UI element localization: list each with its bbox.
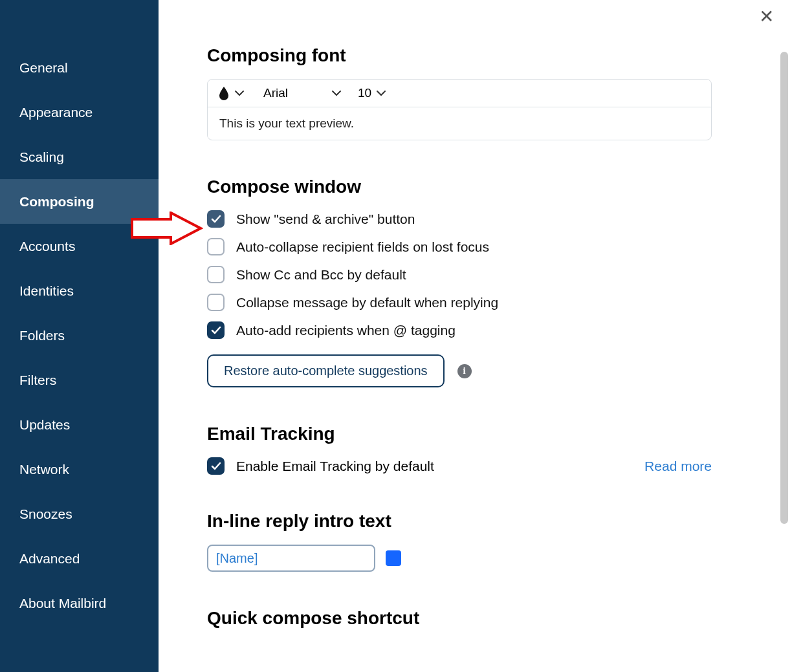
font-preview-text: This is your text preview. <box>208 107 711 140</box>
sidebar-item-label: About Mailbird <box>19 596 106 611</box>
option-auto-add-recipients[interactable]: Auto-add recipients when @ tagging <box>207 321 713 339</box>
font-color-dropdown[interactable] <box>218 86 244 100</box>
sidebar-item-label: Folders <box>19 328 65 343</box>
sidebar-item-accounts[interactable]: Accounts <box>0 224 159 268</box>
sidebar-item-scaling[interactable]: Scaling <box>0 135 159 179</box>
option-email-tracking[interactable]: Enable Email Tracking by default <box>207 457 434 475</box>
sidebar-item-label: Composing <box>19 194 94 210</box>
option-label: Collapse message by default when replyin… <box>236 295 498 310</box>
font-family-dropdown[interactable]: Arial <box>263 86 341 100</box>
sidebar-item-label: Appearance <box>19 105 93 120</box>
close-icon[interactable]: ✕ <box>759 8 774 26</box>
section-title-compose-window: Compose window <box>207 177 713 197</box>
sidebar-item-updates[interactable]: Updates <box>0 402 159 447</box>
section-title-quick-compose: Quick compose shortcut <box>207 608 713 629</box>
section-title-inline-reply: In-line reply intro text <box>207 511 713 532</box>
option-send-archive[interactable]: Show "send & archive" button <box>207 210 713 228</box>
option-cc-bcc[interactable]: Show Cc and Bcc by default <box>207 266 713 283</box>
checkbox[interactable] <box>207 210 225 228</box>
sidebar-item-label: Scaling <box>19 149 64 165</box>
inline-reply-input[interactable] <box>207 545 375 572</box>
sidebar-item-label: Identities <box>19 283 74 299</box>
restore-autocomplete-button[interactable]: Restore auto-complete suggestions <box>207 354 445 387</box>
sidebar-item-label: General <box>19 60 68 76</box>
sidebar-item-label: Network <box>19 462 69 477</box>
font-size-value: 10 <box>358 86 371 100</box>
sidebar-item-label: Updates <box>19 417 70 433</box>
sidebar-item-general[interactable]: General <box>0 45 159 90</box>
option-collapse-reply[interactable]: Collapse message by default when replyin… <box>207 294 713 311</box>
sidebar-item-filters[interactable]: Filters <box>0 358 159 402</box>
chevron-down-icon <box>235 90 244 96</box>
font-size-dropdown[interactable]: 10 <box>358 86 386 100</box>
option-label: Auto-collapse recipient fields on lost f… <box>236 239 489 255</box>
settings-sidebar: General Appearance Scaling Composing Acc… <box>0 0 159 672</box>
checkbox[interactable] <box>207 321 225 339</box>
option-label: Show Cc and Bcc by default <box>236 267 406 283</box>
option-auto-collapse[interactable]: Auto-collapse recipient fields on lost f… <box>207 238 713 255</box>
color-swatch[interactable] <box>386 550 401 566</box>
sidebar-item-advanced[interactable]: Advanced <box>0 536 159 581</box>
option-label: Show "send & archive" button <box>236 211 415 227</box>
option-label: Enable Email Tracking by default <box>236 459 434 474</box>
sidebar-item-folders[interactable]: Folders <box>0 313 159 358</box>
sidebar-item-identities[interactable]: Identities <box>0 268 159 313</box>
font-family-value: Arial <box>263 86 288 100</box>
chevron-down-icon <box>332 90 341 96</box>
sidebar-item-label: Accounts <box>19 239 75 254</box>
sidebar-item-snoozes[interactable]: Snoozes <box>0 492 159 536</box>
checkbox[interactable] <box>207 294 225 311</box>
chevron-down-icon <box>377 90 386 96</box>
sidebar-item-label: Filters <box>19 373 56 388</box>
option-label: Auto-add recipients when @ tagging <box>236 323 456 338</box>
checkbox[interactable] <box>207 457 225 475</box>
drop-icon <box>218 86 230 100</box>
sidebar-item-label: Snoozes <box>19 506 72 522</box>
checkbox[interactable] <box>207 266 225 283</box>
section-title-font: Composing font <box>207 45 713 66</box>
section-title-tracking: Email Tracking <box>207 424 713 444</box>
font-settings-box: Arial 10 This is your text preview. <box>207 79 712 140</box>
sidebar-item-network[interactable]: Network <box>0 447 159 492</box>
info-icon[interactable]: i <box>457 364 472 378</box>
sidebar-item-about[interactable]: About Mailbird <box>0 581 159 625</box>
sidebar-item-composing[interactable]: Composing <box>0 179 159 224</box>
scrollbar-thumb[interactable] <box>780 52 788 524</box>
sidebar-item-appearance[interactable]: Appearance <box>0 90 159 135</box>
read-more-link[interactable]: Read more <box>644 459 712 474</box>
settings-content: Composing font Arial <box>159 0 776 672</box>
sidebar-item-label: Advanced <box>19 551 80 567</box>
checkbox[interactable] <box>207 238 225 255</box>
